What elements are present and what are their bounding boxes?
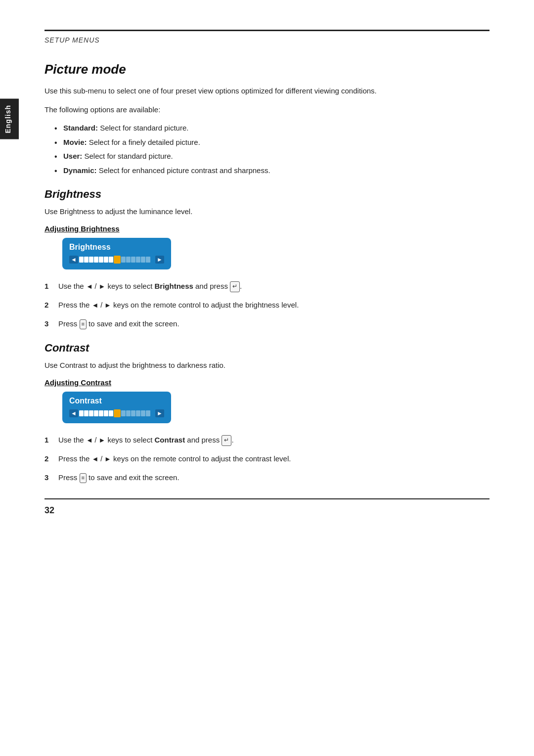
contrast-step-2: 2 Press the ◄ / ► keys on the remote con… <box>44 453 490 465</box>
slider-segment <box>136 257 140 263</box>
picture-mode-title: Picture mode <box>44 62 490 77</box>
header-section: Setup Menus <box>44 30 490 44</box>
brightness-title: Brightness <box>44 188 490 201</box>
list-item: Standard: Select for standard picture. <box>54 123 490 134</box>
brightness-description: Use Brightness to adjust the luminance l… <box>44 206 490 218</box>
brightness-slider: ◄ ► <box>69 256 164 264</box>
brightness-step-1: 1 Use the ◄ / ► keys to select Brightnes… <box>44 280 490 292</box>
slider-segment <box>104 257 108 263</box>
list-item: User: Select for standard picture. <box>54 151 490 162</box>
slider-segment <box>84 257 89 263</box>
step-text: Press ≡ to save and exit the screen. <box>58 472 490 484</box>
brightness-menu-title: Brightness <box>69 243 164 252</box>
slider-segment <box>121 257 126 263</box>
nav-key-icon: ◄ / ► <box>92 300 111 311</box>
footer-section: 32 <box>44 498 490 516</box>
picture-mode-section: Picture mode Use this sub-menu to select… <box>44 62 490 176</box>
step-number: 1 <box>44 280 53 292</box>
slider-left-arrow[interactable]: ◄ <box>69 256 78 264</box>
contrast-menu-box: Contrast ◄ <box>62 392 171 423</box>
slider-right-arrow[interactable]: ► <box>155 256 164 264</box>
slider-left-arrow[interactable]: ◄ <box>69 409 78 417</box>
slider-thumb[interactable] <box>114 256 121 264</box>
slider-segment <box>79 257 84 263</box>
nav-key-icon: ◄ / ► <box>86 281 105 292</box>
picture-mode-desc2: The following options are available: <box>44 104 490 116</box>
nav-key-icon: ◄ / ► <box>86 435 105 445</box>
slider-segment <box>94 257 98 263</box>
brightness-step-2: 2 Press the ◄ / ► keys on the remote con… <box>44 299 490 311</box>
slider-segment <box>109 410 113 416</box>
slider-segment <box>109 257 113 263</box>
contrast-menu-title: Contrast <box>69 397 164 405</box>
step-text: Use the ◄ / ► keys to select Contrast an… <box>58 434 490 446</box>
slider-segment <box>126 257 131 263</box>
menu-key-icon: ≡ <box>80 319 87 329</box>
slider-segment <box>99 257 103 263</box>
step-text: Use the ◄ / ► keys to select Brightness … <box>58 280 490 292</box>
brightness-steps: 1 Use the ◄ / ► keys to select Brightnes… <box>44 280 490 330</box>
slider-segment <box>141 410 145 416</box>
contrast-step-1: 1 Use the ◄ / ► keys to select Contrast … <box>44 434 490 446</box>
nav-key-icon: ◄ / ► <box>92 453 111 464</box>
adjusting-brightness-label: Adjusting Brightness <box>44 224 490 233</box>
contrast-slider: ◄ ► <box>69 409 164 417</box>
sidebar-english-label: English <box>0 99 19 139</box>
step-number: 1 <box>44 434 53 446</box>
slider-segment <box>141 257 145 263</box>
slider-segment <box>126 410 131 416</box>
contrast-steps: 1 Use the ◄ / ► keys to select Contrast … <box>44 434 490 484</box>
step-number: 3 <box>44 318 53 330</box>
slider-segment <box>136 410 140 416</box>
setup-menus-label: Setup Menus <box>44 36 490 44</box>
slider-segment <box>121 410 126 416</box>
slider-segment <box>131 410 135 416</box>
menu-key-icon: ≡ <box>80 473 87 483</box>
slider-segment <box>79 410 84 416</box>
slider-segment <box>99 410 103 416</box>
step-text: Press the ◄ / ► keys on the remote contr… <box>58 299 490 311</box>
step-number: 2 <box>44 299 53 311</box>
contrast-section: Contrast Use Contrast to adjust the brig… <box>44 342 490 484</box>
enter-key-icon: ↵ <box>222 435 231 445</box>
brightness-section: Brightness Use Brightness to adjust the … <box>44 188 490 330</box>
brightness-menu-box: Brightness ◄ <box>62 238 171 269</box>
slider-segment <box>131 257 135 263</box>
enter-key-icon: ↵ <box>230 281 240 292</box>
step-number: 2 <box>44 453 53 465</box>
slider-segment <box>84 410 89 416</box>
contrast-title: Contrast <box>44 342 490 355</box>
slider-track <box>79 256 154 264</box>
contrast-step-3: 3 Press ≡ to save and exit the screen. <box>44 472 490 484</box>
brightness-step-3: 3 Press ≡ to save and exit the screen. <box>44 318 490 330</box>
page-container: English Setup Menus Picture mode Use thi… <box>0 0 534 756</box>
step-text: Press the ◄ / ► keys on the remote contr… <box>58 453 490 465</box>
sidebar-label-text: English <box>4 105 12 133</box>
slider-track <box>79 409 154 417</box>
adjusting-contrast-label: Adjusting Contrast <box>44 378 490 387</box>
page-number: 32 <box>44 505 54 516</box>
slider-segment <box>89 410 93 416</box>
slider-segment <box>94 410 98 416</box>
slider-segment <box>104 410 108 416</box>
slider-segment <box>89 257 93 263</box>
slider-thumb[interactable] <box>114 409 121 417</box>
step-text: Press ≡ to save and exit the screen. <box>58 318 490 330</box>
slider-segment <box>146 257 150 263</box>
picture-mode-desc1: Use this sub-menu to select one of four … <box>44 85 490 97</box>
contrast-description: Use Contrast to adjust the brightness to… <box>44 359 490 371</box>
step-number: 3 <box>44 472 53 484</box>
slider-right-arrow[interactable]: ► <box>155 409 164 417</box>
picture-mode-options: Standard: Select for standard picture. M… <box>54 123 490 176</box>
list-item: Dynamic: Select for enhanced picture con… <box>54 165 490 177</box>
slider-segment <box>146 410 150 416</box>
list-item: Movie: Select for a finely detailed pict… <box>54 137 490 148</box>
